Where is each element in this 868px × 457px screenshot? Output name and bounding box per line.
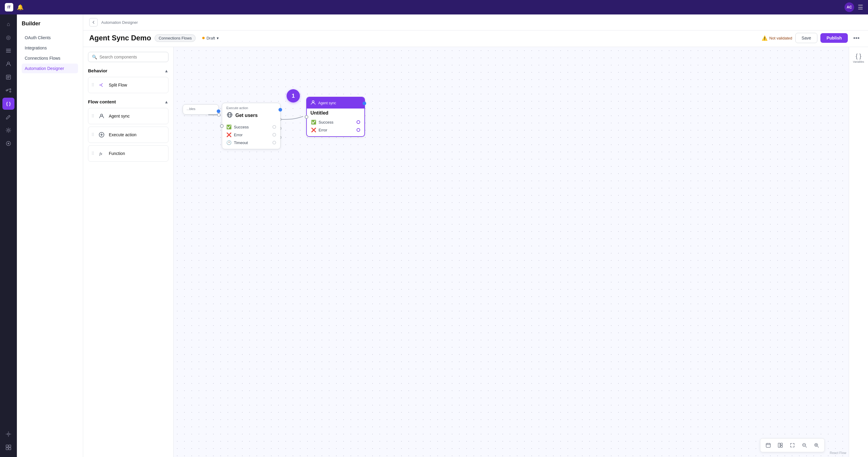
designer-area: 🔍 Behavior ▲ ⠿ Split Flow Flow bbox=[83, 47, 434, 228]
behavior-chevron[interactable]: ▲ bbox=[164, 68, 168, 73]
search-box: 🔍 bbox=[88, 52, 168, 62]
canvas-area[interactable]: ...bles Execute action Get users bbox=[174, 47, 434, 228]
top-nav-left: IT 🔔 bbox=[5, 3, 24, 11]
execute-action-item[interactable]: ⠿ Execute action bbox=[88, 127, 168, 143]
agent-error-output: ❌ Error bbox=[307, 126, 364, 134]
collapse-button[interactable] bbox=[89, 18, 98, 27]
function-label: Function bbox=[109, 151, 125, 156]
page-title: Agent Sync Demo bbox=[89, 34, 151, 42]
components-panel: 🔍 Behavior ▲ ⠿ Split Flow Flow bbox=[83, 47, 174, 228]
svg-rect-2 bbox=[6, 52, 11, 53]
agent-sync-icon bbox=[97, 112, 106, 120]
execute-error-output: ❌ Error bbox=[222, 131, 280, 139]
timeout-dot bbox=[273, 141, 276, 144]
function-drag: ⠿ bbox=[91, 151, 94, 156]
execute-node-blue-dot bbox=[278, 108, 282, 112]
agent-node-type-label: Agent sync bbox=[318, 101, 336, 105]
search-input[interactable] bbox=[99, 55, 164, 59]
error-dot bbox=[273, 133, 276, 136]
notifications-icon[interactable]: 🔔 bbox=[17, 4, 24, 10]
agent-node-header-icon bbox=[310, 100, 316, 106]
svg-text:fx: fx bbox=[99, 151, 102, 156]
sidebar-item-integrations[interactable] bbox=[2, 44, 14, 57]
flow-content-section-title: Flow content bbox=[88, 99, 116, 104]
execute-action-node[interactable]: Execute action Get users ✅ Success bbox=[222, 103, 281, 149]
execute-action-icon bbox=[97, 130, 106, 139]
sidebar-item-explore[interactable] bbox=[2, 138, 14, 150]
split-flow-item[interactable]: ⠿ Split Flow bbox=[88, 77, 168, 93]
draft-chevron: ▾ bbox=[217, 36, 219, 40]
agent-success-icon: ✅ bbox=[311, 120, 316, 124]
execute-node-title: Get users bbox=[222, 112, 280, 122]
app-logo[interactable]: IT bbox=[5, 3, 13, 11]
behavior-section: Behavior ▲ ⠿ Split Flow bbox=[88, 68, 168, 93]
main-content: Automation Designer Agent Sync Demo Conn… bbox=[83, 14, 434, 228]
success-icon: ✅ bbox=[226, 124, 231, 129]
svg-point-5 bbox=[6, 90, 7, 91]
partial-node-label: ...bles bbox=[187, 107, 215, 112]
agent-node-header: Agent sync bbox=[307, 97, 364, 109]
sidebar-item-home[interactable]: ⌂ bbox=[2, 18, 14, 30]
success-label: Success bbox=[234, 125, 249, 129]
execute-node-header: Execute action bbox=[222, 103, 280, 112]
success-dot bbox=[273, 125, 276, 129]
function-icon: fx bbox=[97, 149, 106, 158]
blue-output-dot bbox=[217, 110, 220, 113]
breadcrumb: Automation Designer bbox=[101, 20, 138, 25]
agent-node-blue-dot bbox=[363, 101, 366, 105]
agent-sync-node[interactable]: Agent sync Untitled ✅ Success ❌ E bbox=[306, 97, 365, 137]
connections-flows-tag[interactable]: Connections Flows bbox=[155, 34, 195, 42]
nav-item-oauth[interactable]: OAuth Clients bbox=[22, 33, 78, 42]
agent-sync-drag: ⠿ bbox=[91, 114, 94, 119]
svg-point-6 bbox=[10, 89, 11, 90]
svg-point-7 bbox=[10, 91, 11, 92]
sidebar-item-connections[interactable]: ◎ bbox=[2, 31, 14, 43]
sidebar-item-tools[interactable] bbox=[2, 124, 14, 136]
agent-error-dot bbox=[356, 128, 360, 132]
svg-rect-1 bbox=[6, 50, 11, 51]
draft-status[interactable]: Draft ▾ bbox=[199, 35, 222, 41]
svg-rect-0 bbox=[6, 49, 11, 50]
builder-panel: Builder OAuth Clients Integrations Conne… bbox=[17, 14, 83, 228]
agent-sync-item[interactable]: ⠿ Agent sync bbox=[88, 108, 168, 124]
execute-node-input bbox=[220, 124, 224, 128]
sidebar-item-flows[interactable] bbox=[2, 84, 14, 96]
nav-item-connections[interactable]: Connections Flows bbox=[22, 53, 78, 63]
timeout-label: Timeout bbox=[234, 141, 248, 145]
behavior-section-title: Behavior bbox=[88, 68, 107, 73]
agent-success-output: ✅ Success bbox=[307, 118, 364, 126]
agent-node-title: Untitled bbox=[307, 109, 364, 117]
sidebar-item-users[interactable] bbox=[2, 58, 14, 70]
canvas-background bbox=[174, 47, 434, 228]
execute-action-drag: ⠿ bbox=[91, 132, 94, 137]
agent-node-input bbox=[305, 115, 308, 119]
sidebar-item-code[interactable]: { } bbox=[2, 98, 14, 110]
behavior-section-header: Behavior ▲ bbox=[88, 68, 168, 73]
svg-point-10 bbox=[8, 143, 9, 144]
agent-success-label: Success bbox=[318, 120, 333, 124]
agent-error-label: Error bbox=[318, 128, 327, 132]
draft-label: Draft bbox=[207, 36, 215, 40]
agent-sync-label: Agent sync bbox=[109, 114, 130, 119]
sidebar-item-edit[interactable] bbox=[2, 111, 14, 123]
flow-content-section-header: Flow content ▲ bbox=[88, 99, 168, 104]
agent-success-dot bbox=[356, 120, 360, 124]
agent-error-icon: ❌ bbox=[311, 127, 316, 132]
function-item[interactable]: ⠿ fx Function bbox=[88, 145, 168, 161]
nav-item-integrations[interactable]: Integrations bbox=[22, 43, 78, 53]
svg-point-8 bbox=[7, 129, 9, 131]
error-label: Error bbox=[234, 133, 243, 137]
top-nav: IT 🔔 AC ☰ bbox=[0, 0, 434, 14]
execute-action-label: Execute action bbox=[109, 132, 136, 137]
flow-content-chevron[interactable]: ▲ bbox=[164, 99, 168, 104]
execute-timeout-output: 🕐 Timeout bbox=[222, 139, 280, 147]
execute-node-outputs: ✅ Success ❌ Error 🕐 bbox=[222, 122, 280, 149]
timeout-icon: 🕐 bbox=[226, 140, 231, 145]
execute-success-output: ✅ Success bbox=[222, 123, 280, 131]
partial-left-node[interactable]: ...bles bbox=[183, 104, 219, 115]
step-number-badge: 1 bbox=[287, 89, 300, 102]
split-flow-label: Split Flow bbox=[109, 83, 127, 87]
svg-point-30 bbox=[312, 101, 314, 102]
sidebar-item-logs[interactable] bbox=[2, 71, 14, 83]
nav-item-automation[interactable]: Automation Designer bbox=[22, 64, 78, 73]
